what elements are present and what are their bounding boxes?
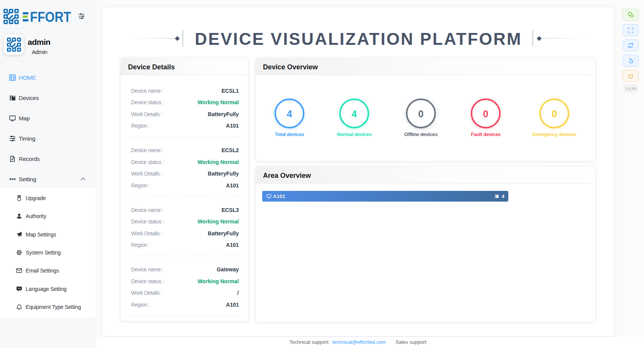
svg-text:FFORT: FFORT: [30, 9, 71, 24]
